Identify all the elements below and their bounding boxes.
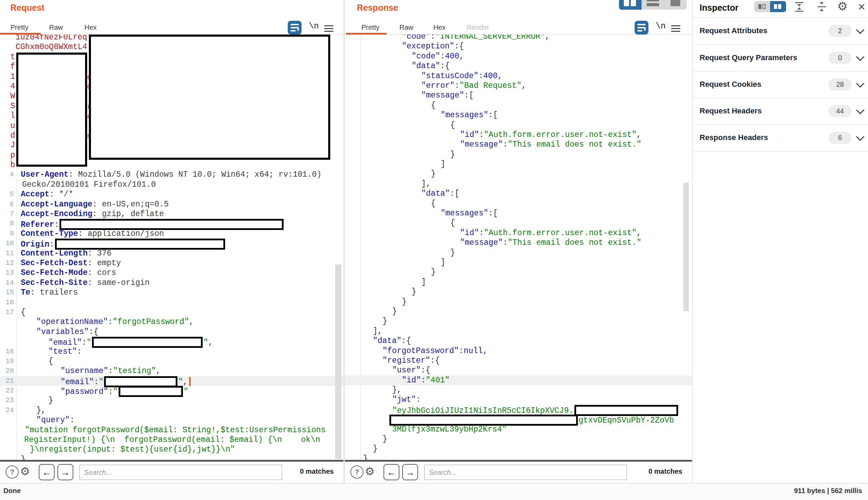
code-row: "data":{ xyxy=(345,336,692,346)
response-editor[interactable]: "code":"INTERNAL_SERVER_ERROR","exceptio… xyxy=(345,35,692,460)
search-settings-gear-icon[interactable]: ⚙ xyxy=(365,464,375,478)
redaction-box xyxy=(59,219,284,230)
chevron-down-icon[interactable] xyxy=(856,132,864,141)
chevron-down-icon[interactable] xyxy=(856,106,864,114)
inspector-panel: Inspector ⚙ × Request Attributes2Request… xyxy=(693,0,868,483)
inspector-view-right-button[interactable] xyxy=(770,1,786,12)
section-divider xyxy=(693,17,868,18)
word-wrap-icon[interactable] xyxy=(288,21,302,35)
code-row: } xyxy=(345,150,692,159)
code-row: } xyxy=(345,444,692,454)
word-wrap-icon[interactable] xyxy=(635,21,648,35)
code-row: 23} xyxy=(0,396,343,405)
request-editor[interactable]: 1uz04fNezF0LreqCGhxm0oQ8WXmtL4tf14WSludJ… xyxy=(0,35,343,460)
inspector-section-response-headers[interactable]: Response Headers6 xyxy=(693,129,868,147)
request-scrollbar[interactable] xyxy=(335,265,341,459)
code-row: ] xyxy=(345,159,692,169)
chevron-down-icon[interactable] xyxy=(856,26,864,34)
code-row: "query": xyxy=(0,415,343,425)
code-row: "messages":[ xyxy=(345,110,692,120)
previous-match-button[interactable]: ← xyxy=(384,464,399,480)
inspector-view-left-button[interactable] xyxy=(754,1,770,12)
chevron-down-icon[interactable] xyxy=(856,53,864,61)
section-count-badge: 28 xyxy=(829,78,851,91)
tab-raw[interactable]: Raw xyxy=(49,24,63,31)
redaction-box xyxy=(389,415,578,426)
code-row: "forgotPassword":null, xyxy=(345,346,692,356)
response-panel: Response PrettyRawHexRender \n "code":"I… xyxy=(345,0,692,483)
panel-divider[interactable] xyxy=(344,0,344,483)
line-number: 13 xyxy=(0,268,14,278)
inspector-close-icon[interactable]: × xyxy=(858,1,865,13)
response-scrollbar[interactable] xyxy=(683,183,689,311)
newline-icon[interactable]: \n xyxy=(309,21,319,31)
code-row: "eyJhbGciOiJIUzI1NiIsInR5cCI6IkpXVCJ9. xyxy=(345,405,692,415)
redaction-box xyxy=(574,405,678,416)
layout-columns-button[interactable] xyxy=(619,0,641,10)
line-number: 6 xyxy=(0,200,14,209)
request-match-count: 0 matches xyxy=(300,467,334,475)
inspector-section-request-headers[interactable]: Request Headers44 xyxy=(693,102,868,120)
line-number: 17 xyxy=(0,307,14,317)
search-settings-gear-icon[interactable]: ⚙ xyxy=(20,464,30,478)
tab-hex[interactable]: Hex xyxy=(84,24,97,31)
help-icon[interactable]: ? xyxy=(350,465,363,479)
editor-menu-icon[interactable] xyxy=(324,24,333,34)
request-search-toolbar: ? ⚙ ← → 0 matches xyxy=(0,462,343,483)
section-count-badge: 0 xyxy=(829,52,851,64)
redacted-text-fragment: : xyxy=(87,63,89,71)
code-row: } xyxy=(345,267,692,277)
inspector-settings-gear-icon[interactable]: ⚙ xyxy=(837,0,848,13)
code-row-selected: 21"email":"", xyxy=(0,376,343,386)
inspector-section-request-query-parameters[interactable]: Request Query Parameters0 xyxy=(693,49,868,67)
code-row: ], xyxy=(345,326,692,336)
request-search-input[interactable] xyxy=(80,465,282,480)
newline-icon[interactable]: \n xyxy=(656,21,666,31)
code-row: 15Te: trailers xyxy=(0,288,343,297)
response-title: Response xyxy=(357,3,398,13)
expand-all-icon[interactable] xyxy=(817,2,826,12)
section-count-badge: 2 xyxy=(829,25,851,37)
tab-raw[interactable]: Raw xyxy=(399,24,413,31)
layout-single-button[interactable] xyxy=(664,0,687,10)
collapse-all-icon[interactable] xyxy=(795,2,804,12)
next-match-button[interactable]: → xyxy=(57,464,73,480)
code-row: "exception":{ xyxy=(345,41,692,51)
line-number: 21 xyxy=(0,376,14,386)
tab-hex[interactable]: Hex xyxy=(433,24,446,31)
code-row: } xyxy=(345,248,692,258)
tab-render[interactable]: Render xyxy=(467,24,489,31)
code-row: { xyxy=(345,101,692,110)
line-number: 11 xyxy=(0,249,14,258)
chevron-down-icon[interactable] xyxy=(856,79,864,87)
code-row: 4User-Agent: Mozilla/5.0 (Windows NT 10.… xyxy=(0,170,343,179)
inspector-section-request-cookies[interactable]: Request Cookies28 xyxy=(693,76,868,94)
code-row: RegisterInput!) {\n forgotPassword(email… xyxy=(0,435,343,445)
editor-menu-icon[interactable] xyxy=(671,24,680,34)
next-match-button[interactable]: → xyxy=(402,464,418,480)
line-number: 16 xyxy=(0,298,14,307)
code-row: "statusCode":400, xyxy=(345,71,692,81)
help-icon[interactable]: ? xyxy=(6,465,19,479)
response-search-input[interactable] xyxy=(424,465,627,480)
response-search-toolbar: ? ⚙ ← → 0 matches xyxy=(345,462,692,483)
redaction-box xyxy=(55,239,225,250)
tab-pretty[interactable]: Pretty xyxy=(361,24,379,31)
code-row: "data":{ xyxy=(345,61,692,71)
redacted-text-fragment: e xyxy=(87,73,89,81)
previous-match-button[interactable]: ← xyxy=(39,464,55,480)
layout-rows-button[interactable] xyxy=(641,0,664,10)
code-row: "data":[ xyxy=(345,189,692,198)
section-divider xyxy=(693,124,868,125)
code-row: 13Sec-Fetch-Mode: cors xyxy=(0,268,343,278)
code-row: }, xyxy=(345,385,692,395)
line-number: 4 xyxy=(0,170,14,179)
line-number: 12 xyxy=(0,258,14,268)
redaction-box-cookies xyxy=(89,35,330,160)
tab-pretty[interactable]: Pretty xyxy=(10,24,28,31)
inspector-section-request-attributes[interactable]: Request Attributes2 xyxy=(693,22,868,40)
code-row: ], xyxy=(345,179,692,189)
code-row: } xyxy=(345,169,692,179)
response-match-count: 0 matches xyxy=(648,467,682,475)
request-panel: Request PrettyRawHex \n 1uz04fNezF0LreqC… xyxy=(0,0,343,483)
